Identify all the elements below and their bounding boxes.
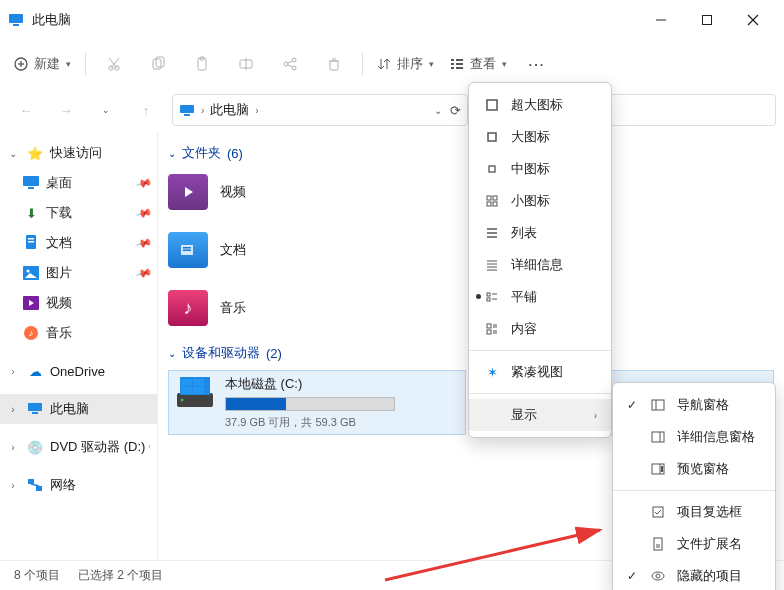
share-icon <box>282 56 298 72</box>
svg-line-54 <box>31 484 39 486</box>
chevron-down-icon[interactable]: ⌄ <box>6 148 20 159</box>
cut-icon <box>106 56 122 72</box>
svg-rect-105 <box>654 538 662 550</box>
folder-documents[interactable]: 文档 <box>168 228 462 272</box>
pc-icon <box>179 102 195 118</box>
folder-videos[interactable]: 视频 <box>168 170 462 214</box>
show-extensions[interactable]: 文件扩展名 <box>613 528 775 560</box>
view-medium[interactable]: 中图标 <box>469 153 611 185</box>
view-button[interactable]: 查看 ▾ <box>444 46 513 82</box>
view-tiles[interactable]: 平铺 <box>469 281 611 313</box>
svg-rect-51 <box>32 412 38 414</box>
copy-icon <box>150 56 166 72</box>
plus-circle-icon <box>14 57 28 71</box>
drive-c[interactable]: 本地磁盘 (C:) 37.9 GB 可用，共 59.3 GB <box>168 370 466 435</box>
address-bar[interactable]: › 此电脑 › ⌄ ⟳ <box>172 94 468 126</box>
label: 视频 <box>220 183 246 201</box>
label: 设备和驱动器 <box>182 344 260 362</box>
show-preview-pane[interactable]: 预览窗格 <box>613 453 775 485</box>
sidebar-desktop[interactable]: 桌面📌 <box>0 168 157 198</box>
cut-button[interactable] <box>94 46 134 82</box>
svg-rect-39 <box>23 176 39 186</box>
breadcrumb-root[interactable]: 此电脑 <box>210 101 249 119</box>
sidebar-thispc[interactable]: ›此电脑 <box>0 394 157 424</box>
svg-rect-31 <box>451 63 454 65</box>
check-icon: ✓ <box>627 569 639 583</box>
forward-button[interactable]: → <box>48 92 84 128</box>
show-checkboxes[interactable]: 项目复选框 <box>613 496 775 528</box>
rename-button[interactable] <box>226 46 266 82</box>
svg-rect-50 <box>28 403 42 411</box>
svg-rect-78 <box>487 202 491 206</box>
chevron-right-icon: › <box>201 105 204 116</box>
svg-rect-97 <box>652 400 664 410</box>
chevron-right-icon[interactable]: › <box>6 366 20 377</box>
label: 网络 <box>50 476 76 494</box>
recent-button[interactable]: ⌄ <box>88 92 124 128</box>
label: 桌面 <box>46 174 72 192</box>
svg-rect-103 <box>661 466 663 472</box>
minimize-button[interactable] <box>638 0 684 40</box>
view-show[interactable]: 显示› <box>469 399 611 431</box>
sidebar-onedrive[interactable]: ›☁OneDrive <box>0 356 157 386</box>
show-details-pane[interactable]: 详细信息窗格 <box>613 421 775 453</box>
label: OneDrive <box>50 364 105 379</box>
view-details[interactable]: 详细信息 <box>469 249 611 281</box>
compact-icon: ✶ <box>483 365 501 380</box>
sidebar-dvd[interactable]: ›💿DVD 驱动器 (D:) CP <box>0 432 157 462</box>
svg-rect-74 <box>488 133 496 141</box>
sidebar-videos[interactable]: 视频 <box>0 288 157 318</box>
view-extra-large[interactable]: 超大图标 <box>469 89 611 121</box>
sidebar-documents[interactable]: 文档📌 <box>0 228 157 258</box>
view-list[interactable]: 列表 <box>469 217 611 249</box>
share-button[interactable] <box>270 46 310 82</box>
view-small[interactable]: 小图标 <box>469 185 611 217</box>
folder-music[interactable]: ♪音乐 <box>168 286 462 330</box>
new-button[interactable]: 新建 ▾ <box>8 46 77 82</box>
eye-icon <box>649 569 667 583</box>
more-button[interactable]: ··· <box>517 46 557 82</box>
file-icon <box>649 537 667 551</box>
label: DVD 驱动器 (D:) CP <box>50 438 150 456</box>
show-hidden[interactable]: ✓隐藏的项目 <box>613 560 775 590</box>
show-nav-pane[interactable]: ✓导航窗格 <box>613 389 775 421</box>
close-button[interactable] <box>730 0 776 40</box>
sidebar-pictures[interactable]: 图片📌 <box>0 258 157 288</box>
refresh-button[interactable]: ⟳ <box>450 103 461 118</box>
svg-rect-87 <box>487 293 490 296</box>
maximize-button[interactable] <box>684 0 730 40</box>
view-content[interactable]: 内容 <box>469 313 611 345</box>
back-button[interactable]: ← <box>8 92 44 128</box>
sidebar-music[interactable]: ♪音乐 <box>0 318 157 348</box>
svg-rect-30 <box>456 59 463 61</box>
list-icon <box>483 226 501 240</box>
tiles-icon <box>483 290 501 304</box>
chevron-down-icon[interactable]: ⌄ <box>434 105 442 116</box>
view-compact[interactable]: ✶紧凑视图 <box>469 356 611 388</box>
chevron-right-icon[interactable]: › <box>6 480 20 491</box>
view-large[interactable]: 大图标 <box>469 121 611 153</box>
pin-icon: 📌 <box>135 204 154 222</box>
content-icon <box>483 322 501 336</box>
paste-button[interactable] <box>182 46 222 82</box>
svg-rect-75 <box>489 166 495 172</box>
details-icon <box>483 258 501 272</box>
sidebar-quick-access[interactable]: ⌄⭐快速访问 <box>0 138 157 168</box>
sidebar-downloads[interactable]: ⬇下载📌 <box>0 198 157 228</box>
view-menu: 超大图标 大图标 中图标 小图标 列表 详细信息 平铺 内容 ✶紧凑视图 显示› <box>468 82 612 438</box>
chevron-right-icon[interactable]: › <box>6 404 20 415</box>
svg-point-108 <box>652 572 664 580</box>
svg-rect-29 <box>451 59 454 61</box>
chevron-down-icon: ▾ <box>429 59 434 69</box>
sort-button[interactable]: 排序 ▾ <box>371 46 440 82</box>
svg-rect-42 <box>28 238 34 240</box>
delete-button[interactable] <box>314 46 354 82</box>
sidebar-network[interactable]: ›网络 <box>0 470 157 500</box>
up-button[interactable]: ↑ <box>128 92 164 128</box>
svg-marker-55 <box>185 187 193 197</box>
svg-rect-35 <box>180 105 194 113</box>
copy-button[interactable] <box>138 46 178 82</box>
svg-rect-53 <box>36 486 42 491</box>
pc-icon <box>26 400 44 418</box>
chevron-right-icon[interactable]: › <box>6 442 20 453</box>
